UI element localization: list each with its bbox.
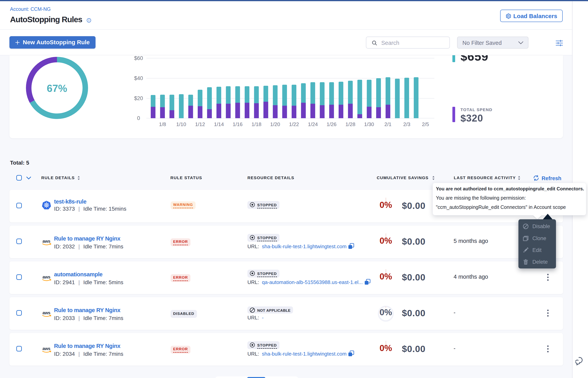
svg-text:1/24: 1/24 [308, 121, 318, 127]
svg-text:$40: $40 [134, 75, 143, 81]
svg-text:1/20: 1/20 [270, 121, 280, 127]
svg-text:1/8: 1/8 [159, 121, 166, 127]
svg-text:1/28: 1/28 [345, 121, 356, 127]
svg-text:1/14: 1/14 [214, 121, 224, 127]
svg-text:1/10: 1/10 [176, 121, 186, 127]
svg-text:1/16: 1/16 [233, 121, 243, 127]
svg-text:2/5: 2/5 [422, 121, 429, 127]
svg-text:aws: aws [42, 310, 50, 315]
svg-text:$60: $60 [134, 55, 143, 61]
svg-text:2/1: 2/1 [384, 121, 392, 127]
svg-text:1/26: 1/26 [327, 121, 337, 127]
svg-text:1/22: 1/22 [289, 121, 299, 127]
svg-text:aws: aws [42, 239, 50, 244]
svg-text:1/30: 1/30 [364, 121, 374, 127]
svg-text:0: 0 [137, 115, 140, 121]
svg-text:2/3: 2/3 [403, 121, 410, 127]
svg-text:1/12: 1/12 [195, 121, 205, 127]
svg-text:$20: $20 [134, 95, 143, 101]
svg-text:aws: aws [42, 275, 50, 280]
svg-text:1/18: 1/18 [252, 121, 262, 127]
svg-text:aws: aws [42, 346, 50, 351]
